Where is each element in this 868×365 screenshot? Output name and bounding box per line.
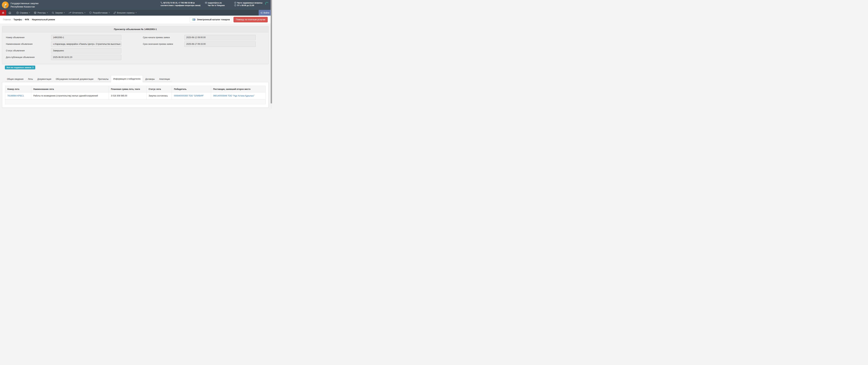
announcement-name-field: «г.Караганда, микрорайон «Панель Центр».… xyxy=(51,41,121,47)
chat-bot-button[interactable] xyxy=(0,10,6,15)
brand-title-line1: Государственные закупки xyxy=(10,2,38,5)
announcement-number-label: Номер объявления xyxy=(6,35,51,40)
mail-icon xyxy=(205,2,207,4)
col-header-lot-status: Статус лота xyxy=(147,86,172,93)
end-date-label: Срок окончания приема заявок xyxy=(143,41,184,47)
nav-spravka[interactable]: Справка xyxy=(14,10,32,15)
announcement-status-label: Статус объявления xyxy=(6,48,51,54)
breadcrumb-separator: / xyxy=(30,19,31,21)
nav-vneshnie-servisy-label: Внешние сервисы xyxy=(117,12,134,14)
chevron-down-icon xyxy=(135,12,136,13)
col-header-winner: Победитель xyxy=(172,86,211,93)
breadcrumb-current: Национальный режим xyxy=(32,19,55,21)
lot-status-cell: Закупка состоялась xyxy=(147,93,172,99)
paid-services-help-button[interactable]: Помощь по платным услугам xyxy=(234,17,268,22)
nav-otchetnost[interactable]: Отчетность xyxy=(67,10,87,15)
announcement-number-field: 14902093-1 xyxy=(51,35,121,40)
winners-table: Номер лота Наименование лота Плановая су… xyxy=(5,86,266,104)
breadcrumb-separator: / xyxy=(23,19,24,21)
col-header-lot-name: Наименование лота xyxy=(31,86,109,93)
breadcrumb-flk[interactable]: ФЛК xyxy=(25,19,29,21)
page: Государственные закупки Республики Казах… xyxy=(0,0,272,109)
nav-razrabotchikam[interactable]: Разработчикам xyxy=(87,10,112,15)
breadcrumb-tarify[interactable]: Тарифы xyxy=(13,19,22,21)
lot-number-link[interactable]: 78166984-КРБС1 xyxy=(7,95,24,97)
brand-title-line2: Республики Казахстан xyxy=(10,5,38,8)
telegram-bot-link[interactable]: Чат бот в Telegram xyxy=(208,4,225,6)
phone-contact: 8(7172) 73 55 15, +7 705 956 53 88 (в со… xyxy=(161,2,202,7)
table-footer xyxy=(5,99,266,104)
col-header-second-place: Поставщик, занявший второе место xyxy=(211,86,266,93)
tab-contracts[interactable]: Договоры xyxy=(143,76,157,82)
start-date-label: Срок начала приема заявок xyxy=(143,35,184,40)
login-button[interactable]: Войти xyxy=(259,10,271,15)
applications-count-badge: Кол-во поданных заявок: 3 xyxy=(5,66,35,69)
header-contacts: 8(7172) 73 55 15, +7 705 956 53 88 (в со… xyxy=(161,2,266,7)
search-icon xyxy=(52,12,54,14)
phone-icon xyxy=(161,2,163,4)
tab-general-info[interactable]: Общие сведения xyxy=(5,76,26,82)
login-label: Войти xyxy=(264,12,270,14)
breadcrumb-separator: / xyxy=(12,19,12,21)
page-content: Просмотр объявления № 14902093-1 Номер о… xyxy=(0,24,271,108)
electronic-catalog-label: Электронный каталог товаров xyxy=(197,19,230,21)
tab-documentation[interactable]: Документация xyxy=(35,76,53,82)
nav-zakupki-label: Закупки xyxy=(55,12,63,14)
clock-icon xyxy=(234,4,236,6)
faq-link[interactable]: Часто задаваемые вопросы xyxy=(237,2,262,4)
lot-name-cell: Работы по возведению (строительству) жил… xyxy=(31,93,109,99)
nav-vneshnie-servisy[interactable]: Внешние сервисы xyxy=(112,10,138,15)
tab-documentation-discussion[interactable]: Обсуждение положений документации xyxy=(54,76,95,82)
breadcrumb-home[interactable]: Главная xyxy=(3,19,11,21)
planned-sum-cell: 3 018 308 565.00 xyxy=(109,93,147,99)
link-icon xyxy=(114,12,116,14)
paid-services-help-label: Помощь по платным услугам xyxy=(236,19,265,21)
brand[interactable]: Государственные закупки Республики Казах… xyxy=(0,1,38,8)
support-email-link[interactable]: support@ecc.kz xyxy=(208,2,222,4)
breadcrumb: Главная / Тарифы / ФЛК / Национальный ре… xyxy=(0,19,55,21)
winners-tab-content: Номер лота Наименование лота Плановая су… xyxy=(2,82,269,108)
scrollbar[interactable] xyxy=(271,0,272,109)
chevron-down-icon xyxy=(29,12,30,13)
help-circle-icon xyxy=(16,12,19,14)
announcement-panel: Просмотр объявления № 14902093-1 Номер о… xyxy=(2,26,269,64)
phone-text: 8(7172) 73 55 15, +7 705 956 53 88 (в со… xyxy=(161,2,200,6)
log-in-icon xyxy=(260,12,262,14)
announcement-panel-header: Просмотр объявления № 14902093-1 xyxy=(2,26,268,32)
question-icon xyxy=(234,2,236,4)
catalog-logo-icon xyxy=(192,18,196,21)
chevron-down-icon xyxy=(84,12,85,13)
chevron-down-icon xyxy=(64,12,65,13)
nav-spravka-label: Справка xyxy=(20,12,28,14)
tab-appeals[interactable]: Апелляции xyxy=(157,76,172,82)
end-date-field: 2025-06-17 09:15:00 xyxy=(184,41,256,47)
working-hours-text: 7/7 с 09:00 до 21:00 xyxy=(237,4,254,6)
table-row: 78166984-КРБС1 Работы по возведению (стр… xyxy=(5,93,266,99)
winner-link[interactable]: 000840000355 ТОО "ОЛИВИЯ" xyxy=(174,95,204,97)
robot-icon xyxy=(2,11,4,14)
announcement-status-field: Завершено xyxy=(51,48,121,54)
tab-protocols[interactable]: Протоколы xyxy=(96,76,111,82)
goszakup-logo-icon xyxy=(2,1,9,8)
table-header-row: Номер лота Наименование лота Плановая су… xyxy=(5,86,266,93)
electronic-catalog-button[interactable]: Электронный каталог товаров xyxy=(190,17,232,22)
nav-zakupki[interactable]: Закупки xyxy=(50,10,67,15)
email-contact: support@ecc.kz Чат бот в Telegram xyxy=(205,2,229,7)
top-header: Государственные закупки Республики Казах… xyxy=(0,0,271,10)
second-place-link[interactable]: 060140000846 ТОО "Нұр Астана Құрылыс" xyxy=(213,95,254,97)
nav-reestry-label: Реестры xyxy=(37,12,46,14)
publication-date-field: 2025-06-09 18:01:20 xyxy=(51,55,121,60)
nav-otchetnost-label: Отчетность xyxy=(72,12,83,14)
nav-reestry[interactable]: Реестры xyxy=(32,10,50,15)
home-button[interactable] xyxy=(6,10,14,15)
scrollbar-thumb[interactable] xyxy=(271,0,272,103)
shield-icon xyxy=(89,12,92,14)
layers-icon xyxy=(34,11,36,14)
tab-winners-info[interactable]: Информация о победителях xyxy=(111,75,143,82)
start-date-field: 2025-06-12 09:00:00 xyxy=(184,35,256,40)
chevron-down-icon xyxy=(47,12,48,13)
tab-lots[interactable]: Лоты xyxy=(26,76,35,82)
col-header-planned-sum: Плановая сумма лота, тенге xyxy=(109,86,147,93)
nav-razrabotchikam-label: Разработчикам xyxy=(93,12,107,14)
announcement-name-label: Наименование объявления xyxy=(6,41,51,47)
